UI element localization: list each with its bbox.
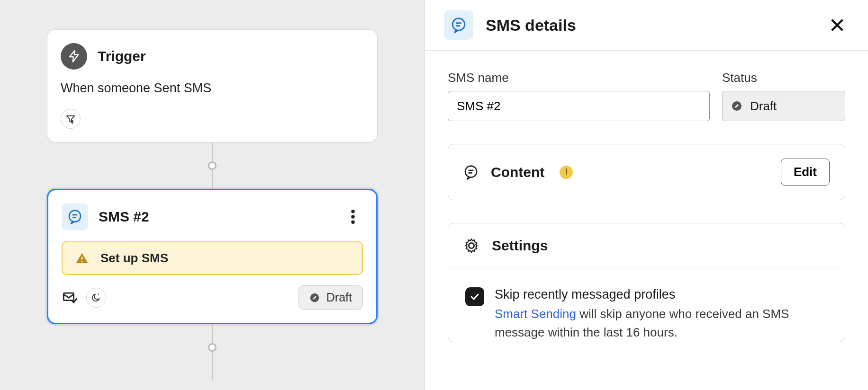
sms-name-field-group: SMS name <box>448 71 710 121</box>
trigger-title: Trigger <box>98 48 146 64</box>
svg-point-5 <box>351 221 355 224</box>
content-section: Content ! Edit <box>448 144 845 200</box>
gear-icon <box>463 238 479 254</box>
status-field-group: Status Draft <box>722 71 845 121</box>
envelope-check-icon[interactable] <box>62 290 78 306</box>
svg-point-11 <box>452 18 465 31</box>
sms-node-card[interactable]: SMS #2 Set up SMS <box>47 189 378 324</box>
pencil-circle-icon <box>731 100 742 112</box>
sms-outline-icon <box>463 165 479 180</box>
bolt-icon <box>61 43 87 70</box>
sms-node-title: SMS #2 <box>99 209 149 225</box>
close-button[interactable] <box>825 13 849 37</box>
svg-point-3 <box>351 210 355 213</box>
sms-icon <box>444 10 473 40</box>
sms-icon <box>62 204 88 230</box>
svg-point-20 <box>469 243 474 248</box>
trigger-description: When someone Sent SMS <box>61 81 364 96</box>
svg-point-0 <box>69 211 81 222</box>
flow-connector-anchor[interactable] <box>208 343 217 352</box>
flow-canvas: Trigger When someone Sent SMS <box>0 0 425 390</box>
panel-header: SMS details <box>425 0 868 51</box>
smart-sending-link[interactable]: Smart Sending <box>495 307 576 321</box>
setup-sms-warning-text: Set up SMS <box>100 251 168 266</box>
content-section-title: Content <box>491 164 544 180</box>
pencil-circle-icon <box>309 292 320 303</box>
warning-triangle-icon <box>75 251 89 266</box>
svg-rect-8 <box>63 293 73 301</box>
status-label: Status <box>722 71 845 85</box>
edit-content-button[interactable]: Edit <box>781 159 830 186</box>
details-panel: SMS details SMS name Status <box>425 0 868 390</box>
node-status-text: Draft <box>326 291 352 304</box>
settings-section-title: Settings <box>492 238 548 254</box>
svg-rect-6 <box>81 257 83 259</box>
skip-recently-messaged-checkbox[interactable] <box>465 287 484 306</box>
flow-connector <box>212 352 213 380</box>
setup-sms-warning[interactable]: Set up SMS <box>62 241 363 275</box>
flow-connector <box>212 170 213 189</box>
svg-point-4 <box>351 215 355 219</box>
flow-connector <box>212 142 213 161</box>
trigger-filter-icon[interactable] <box>61 109 81 129</box>
flow-connector-anchor[interactable] <box>208 161 217 170</box>
svg-rect-7 <box>81 261 83 262</box>
node-status-pill[interactable]: Draft <box>298 285 363 310</box>
sms-name-label: SMS name <box>448 71 710 85</box>
settings-section: Settings Skip recently messaged profiles… <box>448 223 845 342</box>
trigger-card[interactable]: Trigger When someone Sent SMS <box>47 29 378 142</box>
more-options-button[interactable] <box>343 207 363 227</box>
status-select[interactable]: Draft <box>722 91 845 121</box>
quiet-hours-icon[interactable]: z <box>86 288 106 308</box>
flow-connector <box>212 324 213 343</box>
svg-point-17 <box>465 166 477 177</box>
svg-text:z: z <box>98 292 99 296</box>
status-value: Draft <box>750 99 777 114</box>
kebab-icon <box>351 210 355 224</box>
close-icon <box>829 17 845 33</box>
check-icon <box>469 291 480 302</box>
sms-name-input[interactable] <box>448 91 710 121</box>
skip-setting-description: Smart Sending will skip anyone who recei… <box>495 305 828 342</box>
skip-setting-title: Skip recently messaged profiles <box>495 287 828 302</box>
panel-title: SMS details <box>486 16 576 35</box>
skip-recently-messaged-row: Skip recently messaged profiles Smart Se… <box>448 268 845 342</box>
content-warning-badge: ! <box>560 166 573 179</box>
